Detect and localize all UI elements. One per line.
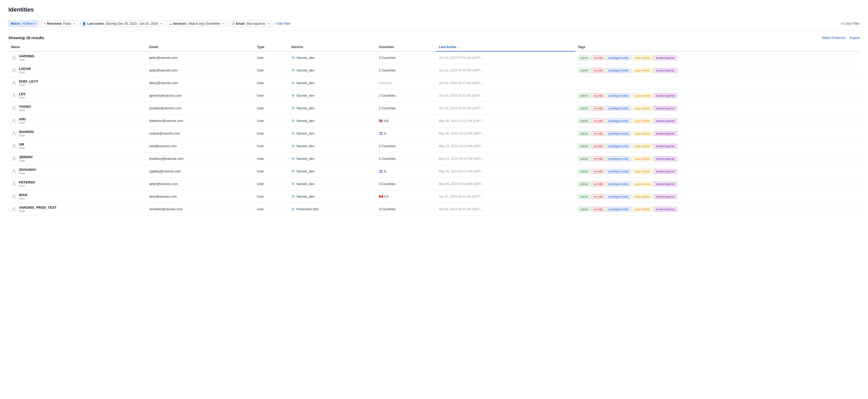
remove-filter-email[interactable]: ✕: [268, 22, 270, 26]
tag-admin: admin: [578, 55, 590, 60]
table-row[interactable]: LADAR User ladar@varonis.comUser ❄ Varon…: [8, 64, 860, 77]
snowflake-icon: ❄: [291, 118, 295, 123]
cell-tags: adminno mfaprivileged entitysuper admint…: [575, 152, 860, 165]
filter-last-active[interactable]: 👤 Last active: (During) Dec 05, 2023 - J…: [80, 21, 164, 27]
tag-admin: admin: [578, 182, 590, 187]
tag-trusted-partner: trusted partner: [653, 207, 677, 211]
cell-type: User: [254, 152, 289, 165]
table-row[interactable]: VARONIS_PROD_TEST User mmathis@varonis.c…: [8, 203, 860, 216]
cell-service: ❄ Varonis_dev: [289, 102, 376, 115]
svg-point-6: [13, 132, 15, 133]
cell-email: lgervich@varonis.com: [147, 89, 254, 102]
cell-tags: adminno mfaprivileged entitysuper admint…: [575, 190, 860, 203]
tag-super-admin: super admin: [632, 118, 653, 123]
flag-icon: 🇮🇱: [379, 132, 383, 135]
cell-last-active: Apr 03, 2024 08:36 AM (GMT-...: [436, 203, 575, 216]
table-row[interactable]: ZIVGABAY User zgabay@varonis.comUser ❄ V…: [8, 165, 860, 178]
remove-filter-last-active[interactable]: ✕: [160, 22, 162, 26]
table-row[interactable]: LEV User lgervich@varonis.comUser ❄ Varo…: [8, 89, 860, 102]
cell-name: SHARON User: [8, 127, 147, 140]
snowflake-icon: ❄: [291, 144, 295, 148]
results-actions: Select Columns Export: [822, 36, 860, 40]
tag-super-admin: super admin: [632, 131, 653, 136]
cell-last-active: Jun 03, 2024 07:55 AM (GMT-...: [436, 51, 575, 64]
user-icon: [11, 67, 17, 73]
snowflake-icon: ❄: [291, 106, 295, 111]
svg-point-0: [13, 56, 15, 58]
svg-point-8: [13, 156, 15, 159]
cell-type: User: [254, 127, 289, 140]
cell-service: ❄ Varonis_dev: [289, 165, 376, 178]
cell-email: jmatheny@varonis.com: [147, 152, 254, 165]
cell-type: User: [254, 51, 289, 64]
select-columns-button[interactable]: Select Columns: [822, 36, 845, 40]
cell-countries: 3 Countries: [376, 178, 436, 190]
tag-super-admin: super admin: [632, 68, 653, 73]
table-row[interactable]: SHARON User ssahar@varonis.comUser ❄ Var…: [8, 127, 860, 140]
cell-tags: [575, 77, 860, 89]
cell-tags: adminno mfaprivileged entitysuper admint…: [575, 127, 860, 140]
tag-trusted-partner: trusted partner: [653, 156, 677, 161]
table-row[interactable]: DUDI_LEVY User dlevy@varonis.comUser ❄ V…: [8, 77, 860, 89]
table-row[interactable]: IVRI User ifaitelson@varonis.comUser ❄ V…: [8, 115, 860, 127]
match-dropdown-icon[interactable]: ▾: [35, 22, 36, 26]
remove-filter-removed[interactable]: ✕: [73, 22, 75, 26]
cell-countries: 2 Countries: [376, 152, 436, 165]
col-last-active[interactable]: Last Active ↓: [436, 43, 575, 51]
tag-privileged-entity: privileged entity: [606, 194, 631, 199]
snowflake-icon: ❄: [291, 194, 295, 199]
cell-email: peter@varonis.com: [147, 51, 254, 64]
flag-icon: 🇨🇦: [379, 195, 383, 198]
filter-services[interactable]: ☁ Services: (Match any) Snowflake ✕: [167, 21, 227, 27]
tag-privileged-entity: privileged entity: [606, 182, 631, 187]
cell-name: DUDI_LEVY User: [8, 77, 147, 89]
tag-trusted-partner: trusted partner: [653, 68, 677, 73]
col-type: Type: [254, 43, 289, 51]
tag-trusted-partner: trusted partner: [653, 131, 677, 136]
cell-last-active: May 30, 2024 12:21 PM (GMT-...: [436, 115, 575, 127]
user-icon: [11, 55, 17, 61]
cell-type: User: [254, 165, 289, 178]
user-icon: [11, 80, 17, 86]
tag-no-mfa: no mfa: [592, 55, 605, 60]
filter-removed[interactable]: ↗ Removed: False ✕: [41, 21, 78, 27]
tag-privileged-entity: privileged entity: [606, 156, 631, 161]
flag-icon: 🇺🇸: [379, 119, 383, 123]
user-icon: [11, 106, 17, 111]
tag-trusted-partner: trusted partner: [653, 93, 677, 98]
filter-match[interactable]: Match: All filters ▾: [8, 21, 39, 27]
remove-filter-services[interactable]: ✕: [222, 22, 225, 26]
tag-no-mfa: no mfa: [592, 131, 605, 136]
cell-countries: 2 Countries: [376, 64, 436, 77]
tag-super-admin: super admin: [632, 194, 653, 199]
cell-service: ❄ Varonis_dev: [289, 178, 376, 190]
table-row[interactable]: JEREMY User jmatheny@varonis.comUser ❄ V…: [8, 152, 860, 165]
export-button[interactable]: Export: [849, 36, 860, 40]
filter-email[interactable]: @ Email: (Not equal to) ✕: [229, 21, 272, 27]
cell-email: mmathis@varonis.com: [147, 203, 254, 216]
cell-type: User: [254, 115, 289, 127]
removed-icon: ↗: [43, 22, 46, 26]
table-row[interactable]: PETERSH User peter@varonis.comUser ❄ Var…: [8, 178, 860, 190]
cell-last-active: May 23, 2024 10:13 AM (GMT-...: [436, 140, 575, 152]
tag-privileged-entity: privileged entity: [606, 93, 631, 98]
svg-point-5: [13, 119, 15, 121]
tag-admin: admin: [578, 194, 590, 199]
add-filter-button[interactable]: + Add Filter: [274, 22, 290, 26]
table-row[interactable]: IDAN User iaviv@varonis.comUser ❄ Varoni…: [8, 190, 860, 203]
cell-countries: 3 Countries: [376, 203, 436, 216]
tag-admin: admin: [578, 131, 590, 136]
cell-last-active: May 16, 2024 02:17 AM (GMT-...: [436, 165, 575, 178]
sort-desc-icon: ↓: [458, 45, 460, 49]
table-row[interactable]: VARONIS User peter@varonis.comUser ❄ Var…: [8, 51, 860, 64]
table-row[interactable]: YOGEV User ymadar@varonis.comUser ❄ Varo…: [8, 102, 860, 115]
clear-filter-button[interactable]: ↺ Clear Filter: [840, 22, 860, 26]
snowflake-icon: ❄: [291, 131, 295, 136]
table-row[interactable]: OR User ortal@varonis.comUser ❄ Varonis_…: [8, 140, 860, 152]
cell-service: ❄ Varonis_dev: [289, 152, 376, 165]
cell-email: peter@varonis.com: [147, 178, 254, 190]
cell-countries: 🇨🇦CA: [376, 190, 436, 203]
cell-tags: adminno mfaprivileged entitysuper admint…: [575, 51, 860, 64]
snowflake-icon: ❄: [291, 156, 295, 161]
col-name: Name: [8, 43, 147, 51]
